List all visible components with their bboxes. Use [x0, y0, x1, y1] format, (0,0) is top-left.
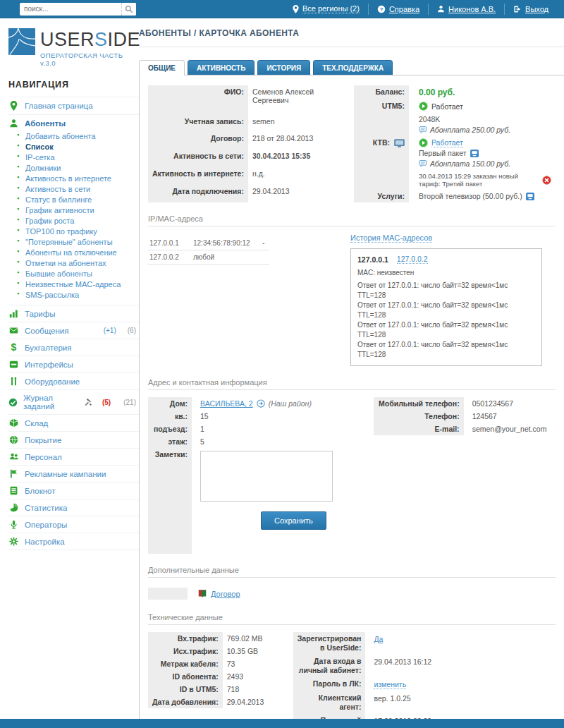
sidebar-item-coverage[interactable]: Покрытие: [8, 435, 139, 444]
agent-label: Клиентский агент:: [293, 691, 366, 714]
utm5-status: Работает: [431, 102, 463, 111]
section-ipmac-title: IP/MAC-адреса: [148, 212, 556, 226]
svg-text:?: ?: [380, 6, 384, 12]
search-button[interactable]: [121, 3, 136, 16]
subnav-former[interactable]: Бывшие абоненты: [8, 268, 139, 279]
subnav-debtors[interactable]: Должники: [8, 162, 139, 173]
field-label: Учетная запись:: [148, 115, 248, 133]
logo[interactable]: USERSIDE ОПЕРАТОРСКАЯ ЧАСТЬ v.3.0: [8, 28, 139, 67]
subnav-ip-grid[interactable]: IP-сетка: [8, 152, 139, 162]
search-input[interactable]: [20, 5, 121, 13]
box-icon: [8, 418, 19, 427]
sidebar-item-stats[interactable]: Статистика: [8, 503, 139, 512]
sidebar-item-operators[interactable]: Операторы: [8, 520, 139, 529]
help-menu-item[interactable]: ? Справка: [368, 4, 428, 15]
ktv-status-link[interactable]: Работает: [431, 138, 463, 147]
phone-label: Телефон:: [374, 410, 464, 423]
goto-house-icon[interactable]: [257, 399, 265, 408]
messages-new-badge: (+1): [104, 327, 116, 334]
house-label: Дом:: [148, 397, 192, 410]
ipmac-row[interactable]: 127.0.0.1 12:34:56:78:90:12 -: [148, 236, 269, 250]
lk-date-value: 29.04.2013 16:12: [365, 655, 555, 677]
subnav-billing-status[interactable]: Статус в биллинге: [8, 194, 139, 205]
sidebar-item-ads[interactable]: Рекламные кампании: [8, 469, 139, 478]
subnav-net-activity[interactable]: Активность в сети: [8, 183, 139, 194]
sidebar-item-equipment[interactable]: Оборудование: [8, 377, 139, 386]
ping-ip-tab[interactable]: 127.0.0.2: [397, 255, 428, 264]
tab-activity[interactable]: АКТИВНОСТЬ: [188, 60, 255, 75]
window-icon: [8, 360, 19, 369]
house-district-note: (Наш район): [269, 399, 312, 408]
save-button[interactable]: Сохранить: [261, 511, 326, 530]
sidebar-item-notebook[interactable]: Блокнот: [8, 486, 139, 495]
ping-line: Ответ от 127.0.0.1: число байт=32 время<…: [357, 320, 535, 340]
field-value: 718: [223, 683, 293, 696]
location-pin-icon: [293, 5, 299, 13]
logout-link[interactable]: Выход: [525, 5, 548, 13]
bottom-bar: [0, 719, 564, 728]
field-label: Активность в сети:: [148, 150, 248, 167]
tab-general[interactable]: ОБЩИЕ: [139, 60, 185, 75]
ipmac-row[interactable]: 127.0.0.2 любой: [148, 250, 269, 265]
tab-support[interactable]: ТЕХ.ПОДДЕРЖКА: [313, 60, 393, 75]
regions-menu-item[interactable]: Все регионы (2): [284, 4, 368, 15]
sidebar-item-interfaces[interactable]: Интерфейсы: [8, 360, 139, 369]
entrance-value: 1: [192, 423, 337, 435]
utm5-fee: Абонплата 250.00 руб.: [430, 126, 510, 134]
subnav-activity-graph[interactable]: График активности: [8, 205, 139, 215]
subnav-inet-activity[interactable]: Активность в интернете: [8, 173, 139, 183]
subnav-lost[interactable]: "Потерянные" абоненты: [8, 236, 139, 247]
cancel-order-icon[interactable]: [542, 176, 551, 185]
people-icon: [8, 452, 19, 461]
tab-history[interactable]: ИСТОРИЯ: [257, 60, 310, 75]
subnav-marks[interactable]: Отметки на абонентах: [8, 257, 139, 268]
sidebar-item-warehouse[interactable]: Склад: [8, 418, 139, 427]
contract-link[interactable]: Договор: [211, 590, 240, 598]
ktv-fee: Абонплата 150.00 руб.: [430, 159, 510, 168]
mac-extra[interactable]: -: [261, 236, 269, 250]
sidebar-item-home[interactable]: Главная страница: [8, 101, 139, 111]
current-user-link[interactable]: Никонов А.В.: [448, 5, 496, 13]
subnav-growth-graph[interactable]: График роста: [8, 215, 139, 226]
regions-link[interactable]: Все регионы (2): [302, 4, 360, 13]
profile-section: ФИО:Семенов Алексей Сергеевич Учетная за…: [148, 83, 556, 202]
subnav-to-disconnect[interactable]: Абоненты на отключение: [8, 247, 139, 257]
ktv-order-text: 30.04.2013 15:29 заказан новый тариф: Тр…: [419, 172, 539, 188]
field-label: Метраж кабеля:: [148, 657, 223, 670]
house-link[interactable]: ВАСИЛЬЕВА, 2: [200, 399, 253, 408]
nav-list: Главная страница Абоненты Добавить абоне…: [8, 97, 139, 550]
bar-chart-icon: [8, 309, 19, 318]
sidebar-item-messages[interactable]: Сообщения (+1) (6): [8, 326, 139, 335]
change-tariff-icon[interactable]: [470, 150, 479, 157]
sidebar-item-abonents-label[interactable]: Абоненты: [25, 119, 66, 128]
sidebar-item-staff[interactable]: Персонал: [8, 452, 139, 461]
subnav-sms[interactable]: SMS-рассылка: [8, 289, 139, 300]
sidebar-item-tasks[interactable]: Журнал заданий (5) (21): [8, 394, 139, 411]
subnav-top100[interactable]: TOP100 по трафику: [8, 226, 139, 236]
user-menu-item[interactable]: Никонов А.В.: [428, 4, 504, 15]
sidebar-item-accounting[interactable]: $ Бухгалтерия: [8, 343, 139, 352]
subnav-unknown-mac[interactable]: Неизвестные MAC-адреса: [8, 279, 139, 289]
sidebar-item-abonents[interactable]: Абоненты: [8, 119, 139, 128]
dollar-icon: $: [8, 343, 19, 352]
sidebar-item-settings[interactable]: Настройка: [8, 537, 139, 546]
field-label: Вх.трафик:: [148, 632, 223, 645]
mac-history-link[interactable]: История MAC-адресов: [350, 233, 432, 243]
change-password-link[interactable]: изменить: [374, 680, 406, 689]
ktv-label: КТВ:: [373, 138, 390, 147]
floor-label: этаж:: [148, 435, 192, 448]
field-value: 29.04.2013: [248, 185, 354, 202]
email-label: E-mail:: [374, 423, 464, 435]
help-link[interactable]: Справка: [389, 5, 419, 13]
service-action-icon[interactable]: [526, 193, 534, 200]
flat-value: 15: [192, 410, 337, 423]
notes-textarea[interactable]: [200, 451, 333, 502]
sidebar-item-home-label[interactable]: Главная страница: [25, 102, 93, 110]
subnav-list[interactable]: Список: [8, 141, 139, 152]
logout-menu-item[interactable]: Выход: [504, 4, 557, 15]
comment-icon: [419, 159, 427, 168]
registered-link[interactable]: Да: [374, 635, 383, 643]
ping-ip-tab-active[interactable]: 127.0.0.1: [357, 255, 388, 264]
subnav-add-abonent[interactable]: Добавить абонента: [8, 131, 139, 141]
sidebar-item-tariffs[interactable]: Тарифы: [8, 309, 139, 318]
